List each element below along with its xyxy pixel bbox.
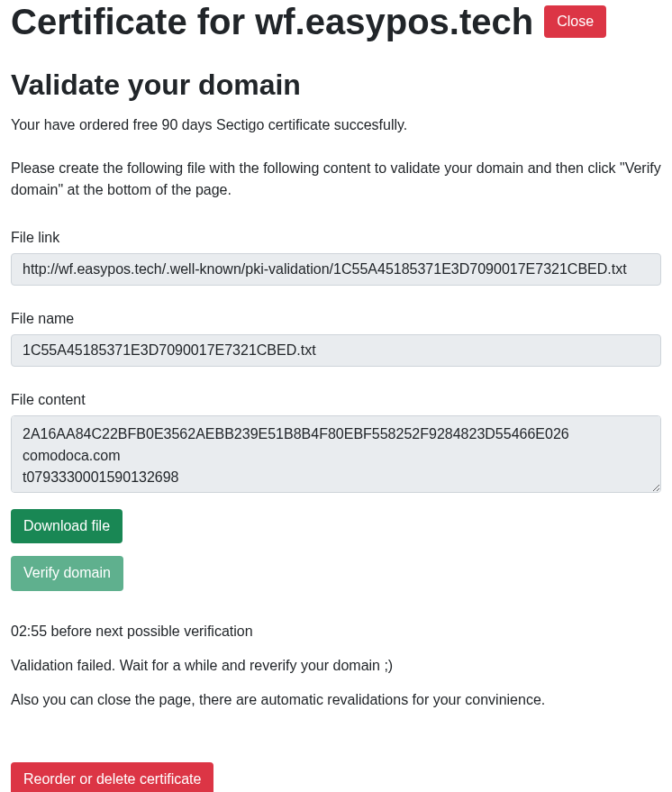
file-name-input[interactable] — [11, 334, 661, 367]
download-file-button[interactable]: Download file — [11, 509, 123, 543]
file-link-label: File link — [11, 230, 661, 246]
validation-status: Validation failed. Wait for a while and … — [11, 658, 661, 674]
verify-domain-button[interactable]: Verify domain — [11, 556, 123, 590]
file-name-label: File name — [11, 311, 661, 327]
intro-text: Your have ordered free 90 days Sectigo c… — [11, 114, 661, 136]
file-link-input[interactable] — [11, 253, 661, 286]
page-header: Certificate for wf.easypos.tech Close — [11, 0, 661, 43]
reorder-delete-button[interactable]: Reorder or delete certificate — [11, 762, 213, 792]
file-content-label: File content — [11, 392, 661, 408]
auto-revalidation-info: Also you can close the page, there are a… — [11, 692, 661, 708]
page-title: Certificate for wf.easypos.tech — [11, 0, 533, 43]
close-button[interactable]: Close — [544, 5, 606, 38]
file-content-textarea[interactable] — [11, 415, 661, 493]
verification-timer: 02:55 before next possible verification — [11, 624, 661, 640]
section-title: Validate your domain — [11, 68, 661, 102]
instruction-text: Please create the following file with th… — [11, 158, 661, 201]
